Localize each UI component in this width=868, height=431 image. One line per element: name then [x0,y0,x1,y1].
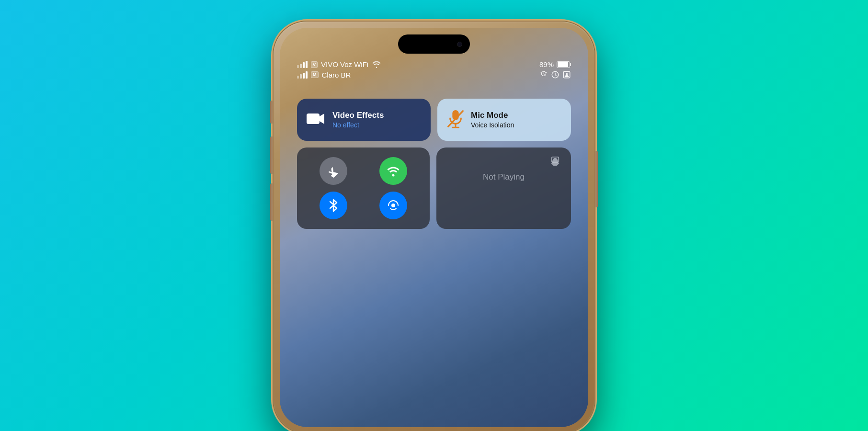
mic-mode-title: Mic Mode [471,111,514,120]
front-camera-dot [457,42,462,47]
power-button[interactable] [595,151,598,207]
mic-mode-text: Mic Mode Voice Isolation [471,111,514,129]
status-row-2: M Claro BR [297,70,571,79]
not-playing-label: Not Playing [447,172,560,182]
now-playing-tile: Not Playing [436,147,571,229]
carrier2-group: M Claro BR [297,71,351,79]
svg-rect-3 [307,113,320,124]
mic-off-icon [447,109,464,130]
video-effects-subtitle: No effect [332,121,384,129]
airplay-icon[interactable] [550,156,560,166]
video-effects-tile[interactable]: Video Effects No effect [297,99,431,141]
carrier2-badge: M [311,71,319,78]
volume-down-button[interactable] [270,183,273,221]
mic-mode-subtitle: Voice Isolation [471,121,514,129]
dynamic-island [398,34,470,54]
signal-bars-2 [297,71,308,79]
status-row-1: V VIVO Voz WiFi 89% [297,60,571,68]
tiles-bottom-row: Not Playing [297,147,571,229]
svg-point-2 [566,73,568,75]
wifi-icon [372,61,381,68]
video-camera-icon [307,111,326,128]
carrier1-name: VIVO Voz WiFi [321,60,368,68]
svg-point-8 [392,174,395,177]
background: V VIVO Voz WiFi 89% [0,0,868,431]
status-icons [539,70,571,79]
carrier1-group: V VIVO Voz WiFi [297,60,381,68]
volume-up-button[interactable] [270,136,273,174]
screentime-icon [551,70,560,79]
mute-button[interactable] [270,101,273,124]
mic-mode-tile[interactable]: Mic Mode Voice Isolation [437,99,571,141]
status-bar: V VIVO Voz WiFi 89% [297,60,571,79]
bluetooth-icon [328,199,339,212]
alarm-icon [539,70,548,79]
battery-icon [557,61,571,68]
video-effects-text: Video Effects No effect [332,111,384,129]
network-tile [297,147,430,229]
video-effects-title: Video Effects [332,111,384,120]
airplane-mode-button[interactable] [307,157,360,185]
phone-wrapper: V VIVO Voz WiFi 89% [266,22,602,431]
phone-frame: V VIVO Voz WiFi 89% [274,22,594,431]
airdrop-button[interactable] [367,192,421,219]
signal-bars-1 [297,61,308,68]
phone-screen: V VIVO Voz WiFi 89% [280,28,588,427]
carrier2-name: Claro BR [322,71,351,79]
control-center: Video Effects No effect [297,99,571,229]
wifi-active-icon [387,165,400,177]
tiles-top-row: Video Effects No effect [297,99,571,141]
bluetooth-button[interactable] [307,192,360,219]
cellular-button[interactable] [367,157,421,185]
airdrop-icon [387,199,400,212]
airplane-icon [327,164,340,178]
carrier1-badge: V [311,61,318,68]
battery-group: 89% [539,60,571,68]
battery-percent: 89% [539,60,554,68]
profile-icon [562,70,571,79]
svg-point-9 [391,204,395,207]
airplay-row [447,156,560,166]
